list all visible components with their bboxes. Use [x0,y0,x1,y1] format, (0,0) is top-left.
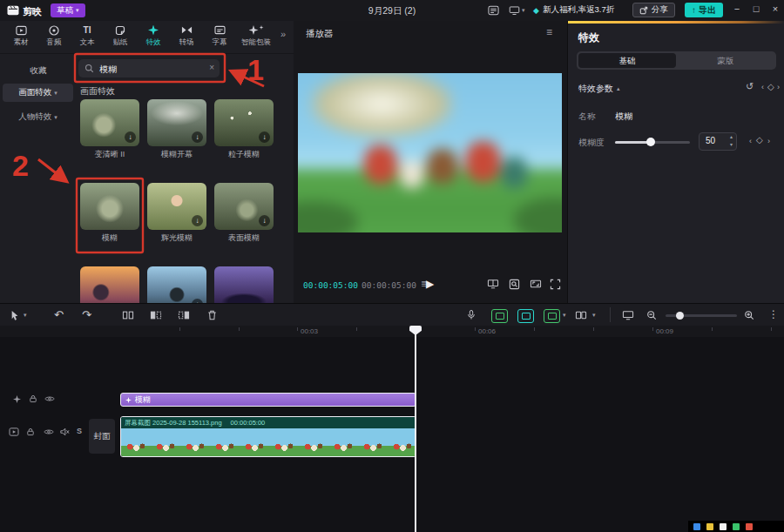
next-keyframe-icon[interactable]: › [777,83,780,91]
main-track-magnet-toggle[interactable] [491,309,508,323]
stepper-up-icon[interactable]: ▴ [730,133,733,139]
chevron-down-icon: ▾ [522,7,525,14]
effect-label: 变清晰 II [80,149,139,160]
timeline-zoom-handle[interactable] [676,312,684,320]
playhead-line[interactable] [415,326,416,532]
ime-icon[interactable] [720,523,727,530]
chevron-down-icon[interactable]: ▾ [563,312,566,319]
cover-button[interactable]: 封面 [89,419,115,454]
blur-slider-handle[interactable] [646,138,655,146]
lock-track-icon[interactable] [26,428,35,436]
export-button[interactable]: ↑ 导出 [685,3,723,17]
mute-track-icon[interactable] [59,428,70,436]
ime-icon[interactable] [733,523,740,530]
keyframe-icon[interactable]: ◇ [767,82,774,91]
prev-keyframe-icon[interactable]: ‹ [749,137,752,145]
video-preview[interactable] [298,73,562,232]
tab-smart-pack[interactable]: 智能包装 [232,24,280,50]
minimize-button[interactable]: − [730,3,744,14]
more-options-icon[interactable]: ⋮ [768,308,779,320]
draft-menu-button[interactable]: 草稿 ▾ [51,3,85,17]
video-clip[interactable]: 屏幕截图 2025-09-28 155113.png 00:00:05:00 [120,416,416,457]
captions-icon [204,24,235,37]
zoom-in-icon[interactable] [744,310,754,320]
effect-thumb-declarify[interactable]: ↓ [80,99,139,146]
ime-icon[interactable] [706,523,713,530]
chevron-down-icon[interactable]: ▾ [592,312,596,319]
link-preview-toggle[interactable] [544,309,560,323]
blur-value: 50 [706,136,715,145]
ime-toolbar [688,521,784,532]
chevron-down-icon[interactable]: ▾ [24,312,27,319]
effect-thumb-blur-open[interactable]: ↓ [147,99,206,146]
maximize-button[interactable]: □ [749,3,763,14]
player-menu-icon[interactable]: ≡ [546,26,552,38]
inspector-title: 特效 [578,30,599,45]
reset-params-icon[interactable]: ↺ [746,81,754,92]
layout-panel-icon[interactable] [488,5,499,16]
effect-thumb-particle-blur[interactable]: ↓ [214,99,274,146]
params-section-header[interactable]: 特效参数 ▴ [578,83,620,95]
undo-icon[interactable]: ↶ [54,308,64,321]
media-library-panel: 素材 音频 TI 文本 贴纸 特效 转场 字幕 智能包装 » [0,21,294,303]
tab-text[interactable]: TI 文本 [71,24,103,50]
effect-thumb-glow-blur[interactable]: ↓ [147,183,206,230]
collapse-panel-icon[interactable]: » [280,29,286,39]
tab-captions[interactable]: 字幕 [204,24,235,50]
play-button[interactable]: ▶ [426,278,434,290]
effects-star-icon [138,24,169,37]
display-mode-icon[interactable]: ▾ [509,5,525,16]
tab-sticker[interactable]: 贴纸 [105,24,136,50]
zoom-out-icon[interactable] [646,310,657,320]
toggle-visibility-icon[interactable] [44,428,54,436]
tab-mask[interactable]: 蒙版 [677,53,774,68]
capcut-window: 剪映 草稿 ▾ 9月29日 (2) ▾ ◆ 新人福利,率返3.7折 分享 ↑ 导… [0,0,784,532]
tab-basic[interactable]: 基础 [578,53,676,68]
ime-icon[interactable] [693,523,700,530]
aspect-ratio-icon[interactable] [530,279,542,289]
record-voiceover-icon[interactable] [467,309,476,320]
next-keyframe-icon[interactable]: › [767,137,770,145]
blur-value-box[interactable]: 50 ▴ ▾ [699,132,737,151]
lock-track-icon[interactable] [29,394,37,403]
split-clip-icon[interactable] [122,310,134,320]
effect-clip-icon [125,397,132,403]
promo-banner[interactable]: ◆ 新人福利,率返3.7折 [533,4,614,16]
effect-thumb-surface-blur[interactable]: ↓ [214,183,274,230]
track-view-icon[interactable] [575,310,587,320]
sidebar-item-screen-effects[interactable]: 画面特效 ▾ [3,84,73,102]
preview-axis-icon[interactable] [622,310,634,320]
effect-thumb-row3-2[interactable]: ↓ [147,266,206,303]
timeline-ruler[interactable]: 00:03 00:06 00:09 [0,326,784,337]
preview-quality-icon[interactable] [487,279,499,289]
tab-effects[interactable]: 特效 [138,24,169,50]
delete-icon[interactable] [207,310,217,320]
tab-audio[interactable]: 音频 [38,24,70,50]
select-tool-icon[interactable] [10,310,19,320]
tab-transition[interactable]: 转场 [171,24,202,50]
sidebar-item-favorites[interactable]: 收藏 [5,62,71,80]
clear-search-icon[interactable]: × [209,63,214,72]
redo-icon[interactable]: ↷ [82,308,91,321]
close-button[interactable]: × [768,3,782,14]
chevron-up-icon: ▴ [617,85,620,92]
keyframe-icon[interactable]: ◇ [756,135,763,145]
effect-thumb-row3-3[interactable] [214,266,274,303]
search-input[interactable] [98,59,199,79]
effect-clip[interactable]: 模糊 [120,393,416,407]
effect-thumb-row3-1[interactable] [80,266,139,303]
ime-icon[interactable] [746,523,753,530]
share-button[interactable]: 分享 [632,3,675,17]
fullscreen-icon[interactable] [550,279,561,290]
effect-thumb-blur[interactable] [80,183,139,230]
trim-left-icon[interactable] [150,310,162,320]
trim-right-icon[interactable] [178,310,190,320]
auto-snap-toggle[interactable] [517,309,534,323]
stepper-down-icon[interactable]: ▾ [730,141,733,147]
tab-media[interactable]: 素材 [5,24,37,50]
prev-keyframe-icon[interactable]: ‹ [761,83,764,91]
zoom-crop-icon[interactable] [509,279,520,290]
sidebar-item-people-effects[interactable]: 人物特效 ▾ [3,108,73,126]
track-s-badge[interactable]: S [77,427,82,435]
toggle-visibility-icon[interactable] [44,394,55,403]
